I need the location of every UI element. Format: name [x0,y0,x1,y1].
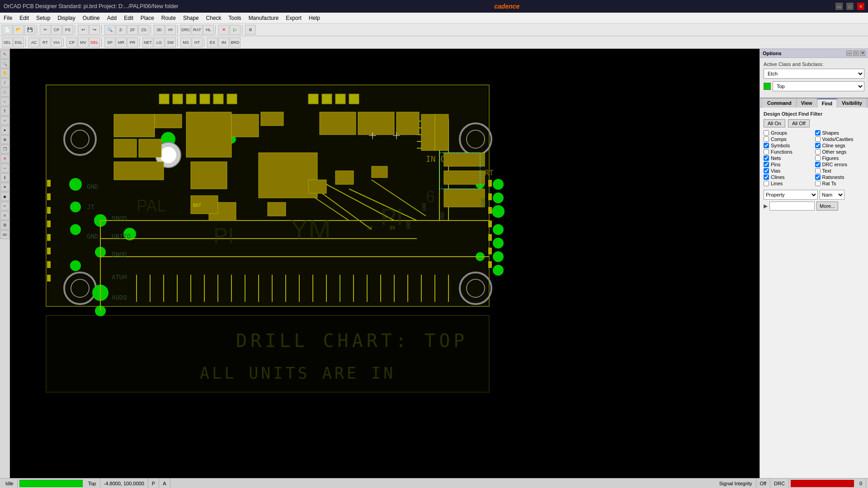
lt-pan[interactable]: ✋ [0,69,9,78]
menu-help[interactable]: Help [305,13,324,23]
options-close-btn[interactable]: ✕ [860,51,865,56]
tb2-export[interactable]: EX [207,38,218,47]
comps-checkbox[interactable] [764,136,769,142]
lt-add-text[interactable]: T [0,107,9,116]
find-name-select[interactable]: Nam Value [820,190,844,200]
tb-zoom-out[interactable]: Z- [116,25,127,35]
text-checkbox[interactable] [815,168,821,174]
tb-redo[interactable]: ↪ [89,25,100,35]
functions-checkbox[interactable] [764,149,769,155]
menu-edit[interactable]: Edit [16,13,33,23]
nets-checkbox[interactable] [764,155,769,161]
lt-constraint[interactable]: ⊞ [0,221,9,230]
menu-tools[interactable]: Tools [225,13,245,23]
lt-select[interactable]: ↖ [0,50,9,59]
tb2-desel[interactable]: DSL [13,38,24,47]
tb-zoom-in[interactable]: 🔍 [104,25,115,35]
tb-3d[interactable]: 3D [154,25,165,35]
tb2-add-connect[interactable]: AC [28,38,39,47]
lt-move[interactable]: ⊕ [0,135,9,144]
tb2-import[interactable]: IM [218,38,229,47]
options-minimize-btn[interactable]: — [846,51,852,56]
tb2-route[interactable]: RT [40,38,51,47]
find-more-button[interactable]: More... [816,202,838,211]
tb-grid[interactable]: ## [165,25,176,35]
lt-prop[interactable]: ℹ [0,173,9,182]
menu-shape[interactable]: Shape [179,13,203,23]
tb-drc[interactable]: DRC [180,25,191,35]
all-off-button[interactable]: All Off [788,119,810,127]
tb-rat[interactable]: RAT [192,25,203,35]
tab-view[interactable]: View [797,99,817,108]
lt-via[interactable]: ● [0,126,9,135]
lt-measure[interactable]: ↔ [0,164,9,173]
shapes-checkbox[interactable] [815,130,821,136]
symbols-checkbox[interactable] [764,143,769,148]
menu-setup[interactable]: Setup [33,13,54,23]
lt-zoom[interactable]: 🔍 [0,59,9,68]
tb-zoom-fit[interactable]: ZF [127,25,138,35]
find-property-select[interactable]: Property Name Net [764,190,818,200]
lt-delete[interactable]: ✕ [0,154,9,163]
clinesegs-checkbox[interactable] [815,143,821,148]
tb-save[interactable]: 💾 [24,25,35,35]
tb2-nets[interactable]: NET [142,38,153,47]
othersegs-checkbox[interactable] [815,149,821,155]
lt-rat[interactable]: ≈ [0,202,9,211]
tb-new[interactable]: 📄 [2,25,13,35]
status-p[interactable]: P [148,479,159,488]
menu-add[interactable]: Add [104,13,120,23]
close-button[interactable]: ✕ [857,3,864,10]
tab-command[interactable]: Command [763,99,797,108]
menu-manufacture[interactable]: Manufacture [245,13,283,23]
tb2-via[interactable]: VIA [51,38,62,47]
status-a[interactable]: A [159,479,170,488]
tb-copy[interactable]: CP [51,25,62,35]
tb-undo[interactable]: ↩ [78,25,89,35]
options-maximize-btn[interactable]: □ [853,51,859,56]
voids-checkbox[interactable] [815,136,821,142]
tb-highlight[interactable]: HL [203,25,214,35]
menu-export[interactable]: Export [282,13,305,23]
tb2-mirror[interactable]: MR [116,38,127,47]
class-select[interactable]: Etch Board Geometry Component Value [764,69,864,79]
lt-layer[interactable]: ≡ [0,211,9,220]
menu-outline[interactable]: Outline [79,13,104,23]
tab-visibility[interactable]: Visibility [837,99,867,108]
menu-display[interactable]: Display [54,13,79,23]
tab-find[interactable]: Find [817,99,837,108]
drcerrors-checkbox[interactable] [815,162,821,167]
tb2-move[interactable]: MV [78,38,89,47]
minimize-button[interactable]: — [835,3,843,10]
menu-file[interactable]: File [0,13,16,23]
pins-checkbox[interactable] [764,162,769,167]
tb2-measure[interactable]: MS [180,38,191,47]
tb-zoom-sel[interactable]: ZS [138,25,149,35]
groups-checkbox[interactable] [764,130,769,136]
tb2-swap[interactable]: SW [165,38,176,47]
lt-add-circle[interactable]: ○ [0,97,9,106]
lt-add-rect[interactable]: □ [0,88,9,97]
clines-checkbox[interactable] [764,174,769,180]
maximize-button[interactable]: □ [846,3,854,10]
tb2-prop[interactable]: PR [127,38,138,47]
find-text-input[interactable] [769,202,815,211]
vias-checkbox[interactable] [764,168,769,174]
tb2-copy[interactable]: CP [66,38,77,47]
tb-run[interactable]: ▷ [230,25,241,35]
tb2-spin[interactable]: SP [104,38,115,47]
figures-checkbox[interactable] [815,155,821,161]
tb-settings[interactable]: ⚙ [245,25,256,35]
lines-checkbox[interactable] [764,181,769,186]
tb-cut[interactable]: ✂ [40,25,51,35]
tb2-logic[interactable]: LG [154,38,165,47]
tb2-brd[interactable]: BRD [230,38,241,47]
tb-open[interactable]: 📂 [13,25,24,35]
menu-route[interactable]: Route [158,13,179,23]
all-on-button[interactable]: All On [764,119,785,127]
lt-route[interactable]: ~ [0,116,9,125]
lt-copy[interactable]: ❒ [0,145,9,154]
tb-stop[interactable]: ✕ [218,25,229,35]
menu-place[interactable]: Place [137,13,158,23]
tb2-del[interactable]: DEL [89,38,100,47]
